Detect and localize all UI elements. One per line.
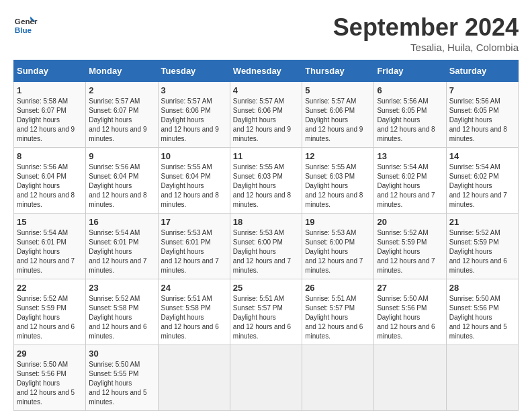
page-header: General Blue September 2024 Tesalia, Hui… bbox=[13, 13, 519, 53]
calendar-cell: 9 Sunrise: 5:56 AMSunset: 6:04 PMDayligh… bbox=[86, 148, 158, 214]
day-number: 17 bbox=[161, 217, 227, 227]
day-info: Sunrise: 5:57 AMSunset: 6:06 PMDaylight … bbox=[305, 97, 363, 142]
day-number: 8 bbox=[17, 151, 83, 161]
col-header-monday: Monday bbox=[86, 60, 158, 82]
calendar-cell: 19 Sunrise: 5:53 AMSunset: 6:00 PMDaylig… bbox=[302, 214, 374, 279]
calendar-table: SundayMondayTuesdayWednesdayThursdayFrid… bbox=[13, 60, 519, 411]
day-info: Sunrise: 5:53 AMSunset: 6:00 PMDaylight … bbox=[233, 229, 291, 274]
week-row-1: 1 Sunrise: 5:58 AMSunset: 6:07 PMDayligh… bbox=[14, 82, 519, 148]
day-info: Sunrise: 5:50 AMSunset: 5:56 PMDaylight … bbox=[449, 295, 507, 340]
day-number: 2 bbox=[89, 85, 154, 95]
week-row-2: 8 Sunrise: 5:56 AMSunset: 6:04 PMDayligh… bbox=[14, 148, 519, 214]
header-row: SundayMondayTuesdayWednesdayThursdayFrid… bbox=[14, 60, 519, 82]
day-number: 27 bbox=[377, 283, 443, 293]
day-info: Sunrise: 5:57 AMSunset: 6:07 PMDaylight … bbox=[89, 97, 146, 142]
day-info: Sunrise: 5:53 AMSunset: 6:01 PMDaylight … bbox=[161, 229, 219, 274]
title-block: September 2024 Tesalia, Huila, Colombia bbox=[333, 13, 519, 53]
day-info: Sunrise: 5:52 AMSunset: 5:59 PMDaylight … bbox=[377, 229, 435, 274]
day-number: 10 bbox=[161, 151, 227, 161]
day-number: 20 bbox=[377, 217, 443, 227]
day-number: 15 bbox=[17, 217, 83, 227]
day-number: 13 bbox=[377, 151, 443, 161]
calendar-cell: 27 Sunrise: 5:50 AMSunset: 5:56 PMDaylig… bbox=[374, 279, 446, 345]
day-info: Sunrise: 5:51 AMSunset: 5:57 PMDaylight … bbox=[233, 295, 291, 340]
day-info: Sunrise: 5:58 AMSunset: 6:07 PMDaylight … bbox=[17, 97, 75, 142]
logo-icon: General Blue bbox=[13, 13, 38, 38]
calendar-cell: 17 Sunrise: 5:53 AMSunset: 6:01 PMDaylig… bbox=[158, 214, 230, 279]
day-number: 18 bbox=[233, 217, 299, 227]
week-row-3: 15 Sunrise: 5:54 AMSunset: 6:01 PMDaylig… bbox=[14, 214, 519, 279]
calendar-cell: 18 Sunrise: 5:53 AMSunset: 6:00 PMDaylig… bbox=[230, 214, 302, 279]
day-info: Sunrise: 5:56 AMSunset: 6:04 PMDaylight … bbox=[17, 163, 75, 208]
day-info: Sunrise: 5:56 AMSunset: 6:04 PMDaylight … bbox=[89, 163, 146, 208]
day-number: 4 bbox=[233, 85, 299, 95]
week-row-4: 22 Sunrise: 5:52 AMSunset: 5:59 PMDaylig… bbox=[14, 279, 519, 345]
day-info: Sunrise: 5:52 AMSunset: 5:58 PMDaylight … bbox=[89, 295, 146, 340]
day-info: Sunrise: 5:50 AMSunset: 5:56 PMDaylight … bbox=[377, 295, 435, 340]
calendar-cell: 23 Sunrise: 5:52 AMSunset: 5:58 PMDaylig… bbox=[86, 279, 158, 345]
col-header-wednesday: Wednesday bbox=[230, 60, 302, 82]
day-number: 3 bbox=[161, 85, 227, 95]
day-info: Sunrise: 5:54 AMSunset: 6:02 PMDaylight … bbox=[377, 163, 435, 208]
calendar-cell: 22 Sunrise: 5:52 AMSunset: 5:59 PMDaylig… bbox=[14, 279, 86, 345]
day-info: Sunrise: 5:54 AMSunset: 6:01 PMDaylight … bbox=[89, 229, 146, 274]
calendar-cell: 20 Sunrise: 5:52 AMSunset: 5:59 PMDaylig… bbox=[374, 214, 446, 279]
calendar-cell: 26 Sunrise: 5:51 AMSunset: 5:57 PMDaylig… bbox=[302, 279, 374, 345]
calendar-cell: 10 Sunrise: 5:55 AMSunset: 6:04 PMDaylig… bbox=[158, 148, 230, 214]
day-number: 9 bbox=[89, 151, 154, 161]
day-number: 26 bbox=[305, 283, 371, 293]
day-number: 19 bbox=[305, 217, 371, 227]
day-number: 22 bbox=[17, 283, 83, 293]
day-number: 25 bbox=[233, 283, 299, 293]
day-number: 7 bbox=[449, 85, 515, 95]
day-info: Sunrise: 5:52 AMSunset: 5:59 PMDaylight … bbox=[17, 295, 75, 340]
day-number: 5 bbox=[305, 85, 371, 95]
day-number: 23 bbox=[89, 283, 154, 293]
day-info: Sunrise: 5:53 AMSunset: 6:00 PMDaylight … bbox=[305, 229, 363, 274]
calendar-cell: 3 Sunrise: 5:57 AMSunset: 6:06 PMDayligh… bbox=[158, 82, 230, 148]
day-info: Sunrise: 5:50 AMSunset: 5:55 PMDaylight … bbox=[89, 361, 146, 406]
col-header-saturday: Saturday bbox=[446, 60, 518, 82]
day-info: Sunrise: 5:51 AMSunset: 5:58 PMDaylight … bbox=[161, 295, 219, 340]
day-info: Sunrise: 5:55 AMSunset: 6:03 PMDaylight … bbox=[233, 163, 291, 208]
day-number: 1 bbox=[17, 85, 83, 95]
col-header-tuesday: Tuesday bbox=[158, 60, 230, 82]
svg-text:Blue: Blue bbox=[15, 26, 32, 34]
location: Tesalia, Huila, Colombia bbox=[333, 42, 519, 53]
calendar-cell: 8 Sunrise: 5:56 AMSunset: 6:04 PMDayligh… bbox=[14, 148, 86, 214]
calendar-cell bbox=[230, 345, 302, 411]
col-header-thursday: Thursday bbox=[302, 60, 374, 82]
calendar-cell: 30 Sunrise: 5:50 AMSunset: 5:55 PMDaylig… bbox=[86, 345, 158, 411]
day-info: Sunrise: 5:54 AMSunset: 6:02 PMDaylight … bbox=[449, 163, 507, 208]
day-number: 11 bbox=[233, 151, 299, 161]
col-header-sunday: Sunday bbox=[14, 60, 86, 82]
logo: General Blue bbox=[13, 13, 38, 38]
day-number: 14 bbox=[449, 151, 515, 161]
day-number: 30 bbox=[89, 349, 154, 359]
calendar-cell bbox=[446, 345, 518, 411]
col-header-friday: Friday bbox=[374, 60, 446, 82]
day-info: Sunrise: 5:52 AMSunset: 5:59 PMDaylight … bbox=[449, 229, 507, 274]
calendar-cell bbox=[374, 345, 446, 411]
calendar-cell: 2 Sunrise: 5:57 AMSunset: 6:07 PMDayligh… bbox=[86, 82, 158, 148]
calendar-cell: 14 Sunrise: 5:54 AMSunset: 6:02 PMDaylig… bbox=[446, 148, 518, 214]
day-info: Sunrise: 5:55 AMSunset: 6:03 PMDaylight … bbox=[305, 163, 363, 208]
calendar-cell: 12 Sunrise: 5:55 AMSunset: 6:03 PMDaylig… bbox=[302, 148, 374, 214]
calendar-cell: 28 Sunrise: 5:50 AMSunset: 5:56 PMDaylig… bbox=[446, 279, 518, 345]
day-info: Sunrise: 5:56 AMSunset: 6:05 PMDaylight … bbox=[377, 97, 435, 142]
calendar-cell: 13 Sunrise: 5:54 AMSunset: 6:02 PMDaylig… bbox=[374, 148, 446, 214]
day-number: 28 bbox=[449, 283, 515, 293]
calendar-cell: 1 Sunrise: 5:58 AMSunset: 6:07 PMDayligh… bbox=[14, 82, 86, 148]
calendar-cell: 6 Sunrise: 5:56 AMSunset: 6:05 PMDayligh… bbox=[374, 82, 446, 148]
day-info: Sunrise: 5:55 AMSunset: 6:04 PMDaylight … bbox=[161, 163, 219, 208]
calendar-cell: 29 Sunrise: 5:50 AMSunset: 5:56 PMDaylig… bbox=[14, 345, 86, 411]
day-info: Sunrise: 5:57 AMSunset: 6:06 PMDaylight … bbox=[161, 97, 219, 142]
day-info: Sunrise: 5:51 AMSunset: 5:57 PMDaylight … bbox=[305, 295, 363, 340]
calendar-cell bbox=[302, 345, 374, 411]
calendar-cell: 24 Sunrise: 5:51 AMSunset: 5:58 PMDaylig… bbox=[158, 279, 230, 345]
day-info: Sunrise: 5:54 AMSunset: 6:01 PMDaylight … bbox=[17, 229, 75, 274]
week-row-5: 29 Sunrise: 5:50 AMSunset: 5:56 PMDaylig… bbox=[14, 345, 519, 411]
day-number: 6 bbox=[377, 85, 443, 95]
calendar-cell: 5 Sunrise: 5:57 AMSunset: 6:06 PMDayligh… bbox=[302, 82, 374, 148]
day-info: Sunrise: 5:57 AMSunset: 6:06 PMDaylight … bbox=[233, 97, 291, 142]
